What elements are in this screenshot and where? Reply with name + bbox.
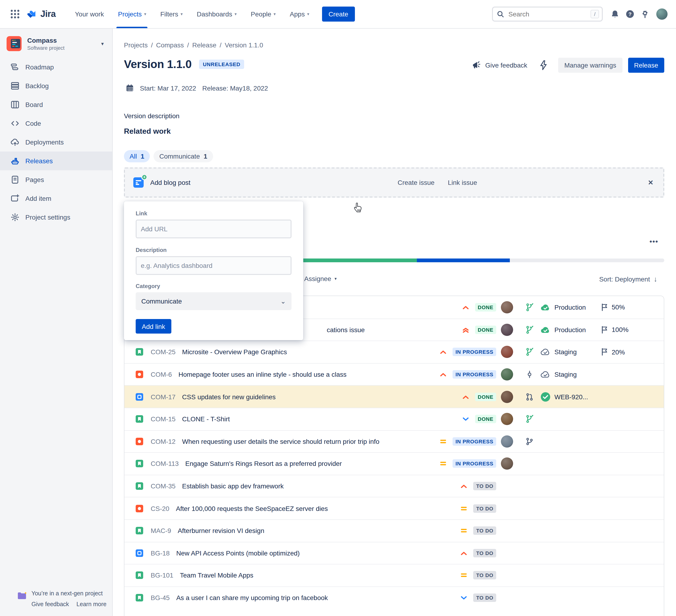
- search-input[interactable]: [507, 10, 590, 18]
- sidebar-item-add-item[interactable]: Add item: [0, 189, 112, 208]
- branch-check-icon[interactable]: [526, 415, 534, 423]
- user-avatar[interactable]: [656, 8, 668, 20]
- issue-row-com-15[interactable]: COM-15CLONE - T-Shirt DONE: [124, 408, 664, 430]
- more-options-icon[interactable]: •••: [647, 237, 661, 248]
- assignee-avatar[interactable]: [501, 435, 513, 447]
- link-issue-link[interactable]: Link issue: [448, 179, 477, 186]
- sidebar-item-deployments[interactable]: Deployments: [0, 133, 112, 151]
- issue-key[interactable]: COM-113: [151, 460, 179, 468]
- add-link-button[interactable]: Add link: [136, 319, 171, 333]
- category-select[interactable]: Communicate ⌄: [136, 292, 291, 310]
- link-url-input[interactable]: [136, 220, 291, 238]
- issue-title[interactable]: Microsite - Overview Page Graphics: [182, 348, 287, 356]
- automation-lightning-icon[interactable]: [540, 60, 548, 70]
- issue-row-bg-18[interactable]: BG-18New API Access Points (mobile optim…: [124, 542, 664, 564]
- issue-title-partial[interactable]: cations issue: [327, 326, 365, 333]
- nav-item-people[interactable]: People▾: [244, 0, 283, 28]
- issue-row-com-113[interactable]: COM-113Engage Saturn's Rings Resort as a…: [124, 452, 664, 475]
- assignee-avatar[interactable]: [501, 458, 513, 470]
- commit-icon[interactable]: [526, 370, 533, 378]
- create-issue-link[interactable]: Create issue: [398, 179, 435, 186]
- version-description[interactable]: Version description: [124, 112, 180, 120]
- release-button[interactable]: Release: [628, 58, 664, 73]
- nav-item-dashboards[interactable]: Dashboards▾: [190, 0, 244, 28]
- assignee-avatar[interactable]: [501, 413, 513, 425]
- issue-title[interactable]: As a user I can share my upcoming trip o…: [176, 594, 328, 602]
- settings-gear-icon[interactable]: [637, 7, 653, 21]
- issue-title[interactable]: Homepage footer uses an inline style - s…: [178, 371, 346, 378]
- issue-key[interactable]: COM-6: [151, 371, 172, 378]
- issue-title[interactable]: After 100,000 requests the SeeSpaceEZ se…: [176, 505, 328, 512]
- environment-cell[interactable]: WEB-920...: [540, 391, 588, 402]
- issue-row-com-35[interactable]: COM-35Establish basic app dev framework …: [124, 475, 664, 497]
- assignee-avatar[interactable]: [501, 368, 513, 380]
- sidebar-item-board[interactable]: Board: [0, 95, 112, 114]
- nav-item-your-work[interactable]: Your work: [68, 0, 111, 28]
- sidebar-item-code[interactable]: Code: [0, 114, 112, 133]
- issue-row-bg-45[interactable]: BG-45As a user I can share my upcoming t…: [124, 586, 664, 609]
- branch-check-icon[interactable]: [526, 303, 534, 311]
- create-button[interactable]: Create: [322, 7, 355, 21]
- sidebar-item-roadmap[interactable]: Roadmap: [0, 58, 112, 76]
- issue-key[interactable]: BG-18: [151, 549, 170, 557]
- tab-communicate[interactable]: Communicate1: [154, 150, 213, 162]
- issue-title[interactable]: CLONE - T-Shirt: [182, 416, 230, 423]
- sidebar-item-pages[interactable]: Pages: [0, 170, 112, 189]
- issue-title[interactable]: New API Access Points (mobile optimized): [176, 549, 300, 557]
- sidebar-learn-more-link[interactable]: Learn more: [76, 601, 107, 608]
- manage-warnings-button[interactable]: Manage warnings: [558, 58, 622, 73]
- branch-check-icon[interactable]: [526, 326, 534, 334]
- assignee-filter[interactable]: Assignee ▾: [304, 275, 337, 283]
- breadcrumb-version-1-1-0[interactable]: Version 1.1.0: [225, 41, 263, 49]
- issue-title[interactable]: Team Travel Mobile Apps: [180, 572, 253, 579]
- sort-control[interactable]: Sort: Deployment ↓: [599, 275, 657, 283]
- issue-key[interactable]: MAC-9: [151, 527, 171, 534]
- issue-row-com-25[interactable]: COM-25Microsite - Overview Page Graphics…: [124, 341, 664, 363]
- issue-key[interactable]: COM-15: [151, 416, 176, 423]
- issue-key[interactable]: COM-35: [151, 482, 176, 490]
- nav-item-apps[interactable]: Apps▾: [283, 0, 317, 28]
- issue-title[interactable]: Establish basic app dev framework: [182, 482, 284, 490]
- sidebar-item-backlog[interactable]: Backlog: [0, 76, 112, 95]
- assignee-avatar[interactable]: [501, 301, 513, 313]
- environment-cell[interactable]: Production: [540, 325, 586, 334]
- environment-cell[interactable]: Staging: [540, 370, 577, 379]
- help-icon[interactable]: ?: [622, 7, 637, 21]
- branch-check-icon[interactable]: [526, 348, 534, 356]
- sidebar-give-feedback-link[interactable]: Give feedback: [32, 601, 69, 608]
- environment-cell[interactable]: Production: [540, 303, 586, 311]
- issue-key[interactable]: COM-25: [151, 348, 176, 356]
- issue-row-com-6[interactable]: COM-6Homepage footer uses an inline styl…: [124, 363, 664, 385]
- assignee-avatar[interactable]: [501, 346, 513, 358]
- issue-key[interactable]: COM-17: [151, 393, 176, 401]
- issue-key[interactable]: CS-20: [151, 505, 169, 512]
- nav-item-projects[interactable]: Projects▾: [111, 0, 153, 28]
- nav-item-filters[interactable]: Filters▾: [153, 0, 190, 28]
- notifications-bell-icon[interactable]: [608, 7, 622, 21]
- pull-request-icon[interactable]: [526, 393, 533, 401]
- sidebar-item-releases[interactable]: Releases: [0, 151, 112, 170]
- issue-title[interactable]: When requesting user details the service…: [182, 438, 379, 445]
- assignee-avatar[interactable]: [501, 390, 513, 403]
- issue-row-com-12[interactable]: COM-12When requesting user details the s…: [124, 430, 664, 452]
- project-switcher[interactable]: Compass Software project ▾: [0, 28, 112, 58]
- branch-icon[interactable]: [526, 437, 533, 445]
- breadcrumb-projects[interactable]: Projects: [124, 41, 148, 49]
- add-blog-post-bar[interactable]: + Add blog post Create issue Link issue …: [124, 168, 664, 197]
- issue-title[interactable]: Afterburner revision VI design: [178, 527, 264, 534]
- breadcrumb-release[interactable]: Release: [192, 41, 216, 49]
- close-icon[interactable]: ✕: [645, 179, 656, 186]
- breadcrumb-compass[interactable]: Compass: [156, 41, 184, 49]
- tab-all[interactable]: All1: [124, 150, 150, 162]
- issue-row-bg-101[interactable]: BG-101Team Travel Mobile Apps TO DO: [124, 564, 664, 586]
- issue-key[interactable]: COM-12: [151, 438, 176, 445]
- assignee-avatar[interactable]: [501, 324, 513, 336]
- description-input[interactable]: [136, 256, 291, 275]
- search-input-wrapper[interactable]: /: [492, 7, 603, 21]
- issue-key[interactable]: BG-45: [151, 594, 170, 602]
- issue-row-cs-20[interactable]: CS-20After 100,000 requests the SeeSpace…: [124, 497, 664, 519]
- issue-row-com-17[interactable]: COM-17CSS updates for new guidelines DON…: [124, 385, 664, 408]
- issue-title[interactable]: CSS updates for new guidelines: [182, 393, 276, 401]
- sidebar-item-project-settings[interactable]: Project settings: [0, 208, 112, 227]
- jira-logo[interactable]: Jira: [27, 9, 56, 19]
